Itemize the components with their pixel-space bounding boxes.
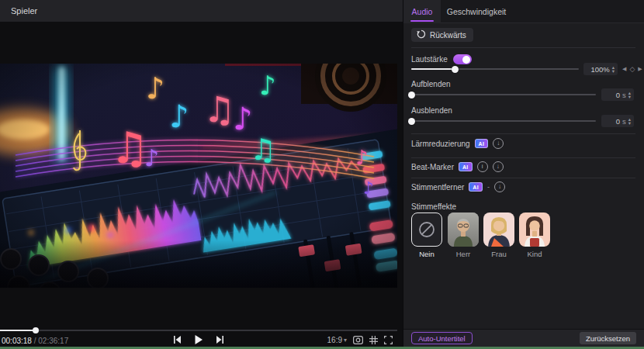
reverse-button-label: Rückwärts <box>430 31 466 40</box>
divider <box>411 133 635 134</box>
reverse-button[interactable]: Rückwärts <box>411 28 473 42</box>
voice-remover-suffix: - <box>487 183 490 191</box>
download-icon[interactable]: ↓ <box>494 181 505 192</box>
fade-out-value-input[interactable]: 0 s ▴▾ <box>601 115 634 127</box>
download-icon[interactable]: ↓ <box>493 161 504 172</box>
fade-out-slider-thumb[interactable] <box>408 118 415 125</box>
fade-out-stepper[interactable]: ▴▾ <box>628 117 631 125</box>
fade-out-label: Ausblenden <box>411 106 452 115</box>
chevron-down-icon: ▾ <box>344 337 347 344</box>
auto-subtitle-button[interactable]: Auto-Untertitel <box>411 332 473 344</box>
beat-marker-label: Beat-Marker <box>411 163 454 171</box>
player-title: Spieler <box>11 6 37 16</box>
download-icon[interactable]: ↓ <box>493 138 504 149</box>
fade-in-slider[interactable] <box>411 90 596 99</box>
volume-slider-thumb[interactable] <box>452 66 459 73</box>
kind-photo <box>519 213 550 247</box>
volume-toggle[interactable] <box>453 54 472 64</box>
voice-effect-herr[interactable] <box>448 213 479 247</box>
ai-badge: AI <box>475 139 489 148</box>
divider <box>411 178 635 178</box>
aspect-ratio-value: 16:9 <box>327 336 342 344</box>
fade-in-value-input[interactable]: 0 s ▴▾ <box>601 88 634 101</box>
keyframe-prev-icon[interactable]: ◀ <box>622 66 626 72</box>
volume-value: 100% <box>590 65 609 74</box>
fade-in-label: Aufblenden <box>411 80 451 88</box>
fade-out-unit: s <box>622 117 626 126</box>
time-current: 00:03:18 <box>2 337 32 345</box>
reverse-icon <box>417 29 426 40</box>
voice-effect-none[interactable] <box>411 213 442 247</box>
panel-tabbar: Audio Geschwindigkeit <box>403 0 644 23</box>
aspect-ratio-dropdown[interactable]: 16:9 ▾ <box>327 336 347 344</box>
seek-bar[interactable] <box>0 327 397 333</box>
volume-stepper[interactable]: ▴▾ <box>612 65 615 73</box>
frau-photo <box>483 213 514 247</box>
fullscreen-icon[interactable] <box>384 336 393 344</box>
voice-effects-label: Stimmeffekte <box>411 202 456 211</box>
fade-in-slider-thumb[interactable] <box>408 92 415 98</box>
video-frame-illustration: ♪ ♫ ♪ ♪ ♪ ♫ ♫ ♪ ♪ ♪ <box>0 64 397 288</box>
tab-geschwindigkeit[interactable]: Geschwindigkeit <box>441 0 512 23</box>
volume-label: Lautstärke <box>411 55 448 64</box>
seek-thumb[interactable] <box>33 327 39 333</box>
ai-badge: AI <box>459 162 473 171</box>
time-separator: / <box>34 337 36 345</box>
volume-slider[interactable] <box>411 64 579 74</box>
next-frame-icon[interactable] <box>216 336 223 344</box>
audio-settings-panel: Audio Geschwindigkeit Rückwärts Lautstär… <box>403 0 644 349</box>
voice-effect-none-label: Nein <box>411 250 442 258</box>
previous-frame-icon[interactable] <box>174 336 182 344</box>
time-total: 02:36:17 <box>38 337 68 345</box>
seek-track[interactable] <box>0 330 397 331</box>
herr-photo <box>448 213 479 247</box>
player-panel: Spieler <box>0 0 403 349</box>
keyframe-next-icon[interactable]: ▶ <box>638 66 642 72</box>
voice-effect-kind-label: Kind <box>519 250 550 258</box>
divider <box>411 47 635 48</box>
fade-in-unit: s <box>622 91 626 99</box>
reset-button[interactable]: Zurücksetzen <box>580 332 636 344</box>
voice-effect-frau-label: Frau <box>483 250 514 258</box>
fade-out-value: 0 <box>616 117 620 126</box>
noise-reduction-label: Lärmreduzierung <box>411 140 470 148</box>
voice-effect-kind[interactable] <box>519 213 550 247</box>
voice-effect-frau[interactable] <box>483 213 514 247</box>
fade-out-slider[interactable] <box>411 116 596 126</box>
grid-icon[interactable] <box>369 336 378 344</box>
ai-badge: AI <box>469 182 483 192</box>
prohibition-icon <box>417 220 436 239</box>
volume-value-input[interactable]: 100% ▴▾ <box>583 63 618 75</box>
panel-footer: Auto-Untertitel Zurücksetzen <box>403 329 644 347</box>
fade-in-value: 0 <box>616 91 620 99</box>
player-header: Spieler <box>0 0 403 22</box>
timecode: 00:03:18 / 02:36:17 <box>2 337 68 345</box>
app-window: Spieler <box>0 0 644 349</box>
play-icon[interactable] <box>194 335 203 344</box>
tab-audio[interactable]: Audio <box>403 0 441 23</box>
info-icon[interactable]: i <box>477 161 488 172</box>
fade-in-stepper[interactable]: ▴▾ <box>628 91 631 98</box>
divider <box>411 157 635 158</box>
video-preview: ♪ ♫ ♪ ♪ ♪ ♫ ♫ ♪ ♪ ♪ <box>0 64 397 288</box>
voice-remover-label: Stimmentferner <box>411 183 464 192</box>
snapshot-icon[interactable] <box>353 336 363 344</box>
keyframe-controls: ◀ ◇ ▶ <box>622 65 642 73</box>
keyframe-add-icon[interactable]: ◇ <box>629 65 635 73</box>
voice-effect-herr-label: Herr <box>448 250 479 258</box>
seek-fill <box>0 330 36 331</box>
